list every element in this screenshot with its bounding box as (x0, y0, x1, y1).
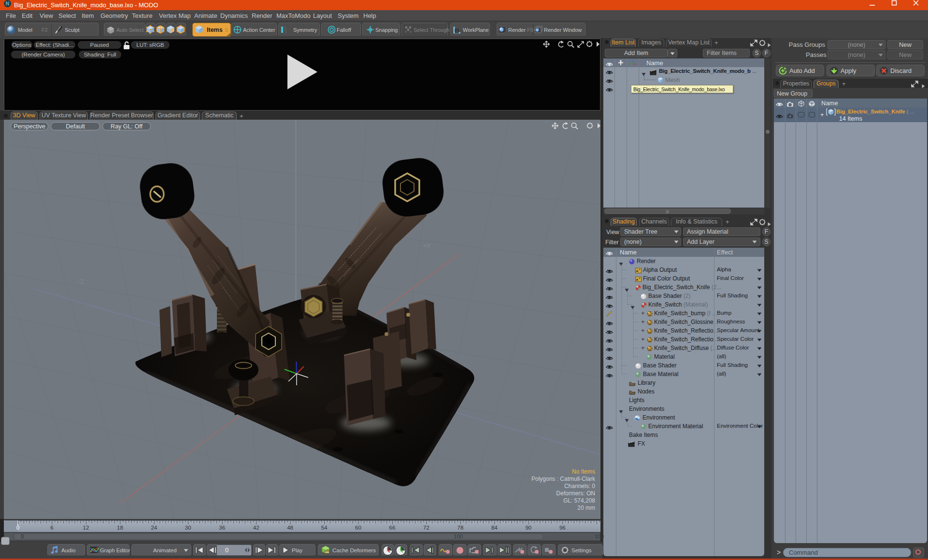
svg-text:84: 84 (491, 525, 498, 531)
svg-text:42: 42 (253, 525, 259, 531)
svg-text:6: 6 (50, 525, 53, 531)
svg-text:36: 36 (219, 525, 225, 531)
svg-text:18: 18 (117, 525, 123, 531)
svg-text:12: 12 (83, 525, 89, 531)
svg-text:30: 30 (185, 525, 191, 531)
svg-text:78: 78 (457, 525, 464, 531)
svg-text:54: 54 (321, 525, 328, 531)
svg-text:-Z: -Z (78, 279, 84, 285)
svg-text:66: 66 (389, 525, 396, 531)
svg-text:90: 90 (525, 525, 531, 531)
svg-text:60: 60 (355, 525, 361, 531)
svg-text:48: 48 (287, 525, 293, 531)
svg-text:24: 24 (151, 525, 157, 531)
svg-text:+X: +X (423, 242, 431, 249)
svg-text:96: 96 (559, 525, 566, 531)
svg-text:72: 72 (423, 525, 429, 531)
